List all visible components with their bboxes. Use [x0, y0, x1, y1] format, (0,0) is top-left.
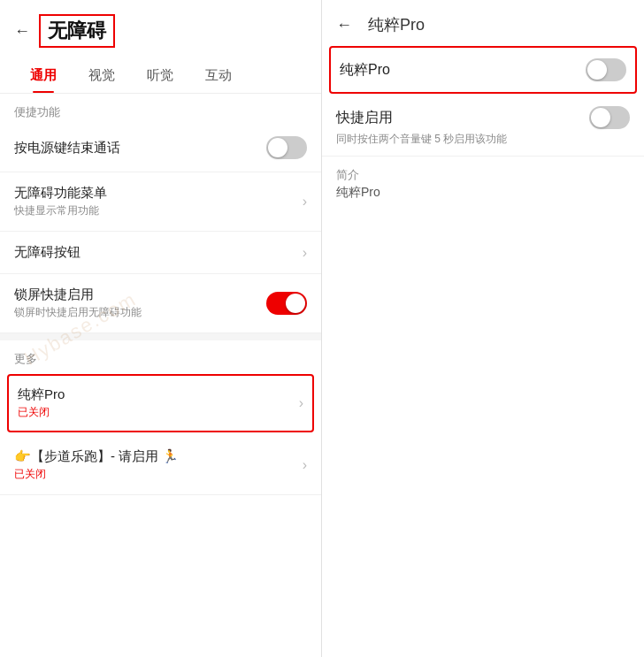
- right-item-quick-enable-subtitle: 同时按住两个音量键 5 秒启用该功能: [336, 132, 630, 147]
- list-item-lockscreen-subtitle: 锁屏时快捷启用无障碍功能: [14, 305, 142, 320]
- tab-general[interactable]: 通用: [14, 58, 73, 93]
- list-item-pure-pro[interactable]: 纯粹Pro 已关闭 ›: [7, 374, 314, 432]
- back-button[interactable]: ←: [14, 22, 30, 41]
- right-item-pure-pro-label: 纯粹Pro: [340, 61, 390, 80]
- tab-visual[interactable]: 视觉: [73, 58, 131, 93]
- list-item-lockscreen-content: 锁屏快捷启用 锁屏时快捷启用无障碍功能: [14, 286, 142, 320]
- list-item-power-key[interactable]: 按电源键结束通话: [0, 124, 321, 172]
- list-item-power-key-title: 按电源键结束通话: [14, 140, 120, 157]
- tab-audio[interactable]: 听觉: [131, 58, 189, 93]
- list-item-menu-content: 无障碍功能菜单 快捷显示常用功能: [14, 185, 107, 218]
- list-item-menu[interactable]: 无障碍功能菜单 快捷显示常用功能 ›: [0, 172, 321, 232]
- chevron-icon: ›: [303, 194, 307, 210]
- list-item-pedometer-right: ›: [303, 457, 307, 473]
- left-header: ← 无障碍: [0, 0, 321, 55]
- list-item-power-key-content: 按电源键结束通话: [14, 140, 120, 157]
- list-item-lockscreen[interactable]: 锁屏快捷启用 锁屏时快捷启用无障碍功能: [0, 274, 321, 333]
- toggle-pure-pro-main-knob: [587, 60, 607, 80]
- toggle-pure-pro-main[interactable]: [586, 58, 626, 81]
- toggle-lockscreen[interactable]: [266, 292, 307, 315]
- right-panel-title: 纯粹Pro: [368, 14, 425, 35]
- chevron-icon-pure-pro: ›: [299, 395, 303, 411]
- right-item-quick-enable-label: 快捷启用: [336, 109, 393, 127]
- toggle-lockscreen-knob: [286, 294, 305, 313]
- right-item-quick-enable[interactable]: 快捷启用 同时按住两个音量键 5 秒启用该功能: [322, 97, 644, 157]
- list-item-button-right: ›: [303, 245, 307, 261]
- list-item-button-content: 无障碍按钮: [14, 244, 80, 261]
- list-item-pure-pro-right: ›: [299, 395, 303, 411]
- list-item-lockscreen-right: [266, 292, 307, 315]
- list-item-lockscreen-title: 锁屏快捷启用: [14, 286, 142, 303]
- toggle-power-key[interactable]: [266, 136, 307, 159]
- list-item-pure-pro-title: 纯粹Pro: [18, 386, 65, 403]
- chevron-icon-pedometer: ›: [303, 457, 307, 473]
- list-item-button[interactable]: 无障碍按钮 ›: [0, 232, 321, 274]
- tab-bar: 通用 视觉 听觉 互动: [0, 58, 321, 94]
- tab-interaction[interactable]: 互动: [189, 58, 248, 93]
- list-item-pedometer-title: 👉【步道乐跑】- 请启用 🏃: [14, 448, 179, 465]
- page-title: 无障碍: [39, 14, 115, 48]
- right-section-intro-label: 简介: [336, 167, 630, 183]
- section-label-shortcuts: 便捷功能: [0, 94, 321, 124]
- toggle-quick-enable-knob: [591, 108, 610, 127]
- list-item-pure-pro-content: 纯粹Pro 已关闭: [18, 386, 65, 420]
- right-back-button[interactable]: ←: [336, 16, 352, 34]
- left-panel: ← 无障碍 通用 视觉 听觉 互动 便捷功能 按电源键结束通话 无障碍功能菜单 …: [0, 0, 322, 657]
- right-header: ← 纯粹Pro: [322, 0, 644, 42]
- toggle-quick-enable[interactable]: [589, 106, 630, 129]
- divider-1: [0, 333, 321, 340]
- list-item-menu-right: ›: [303, 194, 307, 210]
- right-section-intro: 简介 纯粹Pro: [322, 157, 644, 204]
- list-item-pure-pro-status: 已关闭: [18, 405, 65, 420]
- list-item-menu-subtitle: 快捷显示常用功能: [14, 203, 107, 218]
- right-item-quick-enable-row: 快捷启用: [336, 106, 630, 129]
- chevron-icon-2: ›: [303, 245, 307, 261]
- list-item-button-title: 无障碍按钮: [14, 244, 80, 261]
- list-item-power-key-right: [266, 136, 307, 159]
- section-label-more: 更多: [0, 340, 321, 371]
- right-panel: ← 纯粹Pro 纯粹Pro 快捷启用 同时按住两个音量键 5 秒启用该功能 简介…: [322, 0, 644, 657]
- list-item-pedometer-status: 已关闭: [14, 467, 179, 482]
- list-item-menu-title: 无障碍功能菜单: [14, 185, 107, 202]
- list-item-pedometer[interactable]: 👉【步道乐跑】- 请启用 🏃 已关闭 ›: [0, 436, 321, 495]
- list-item-pedometer-content: 👉【步道乐跑】- 请启用 🏃 已关闭: [14, 448, 179, 482]
- right-item-pure-pro-main[interactable]: 纯粹Pro: [329, 46, 637, 94]
- toggle-power-key-knob: [268, 138, 288, 157]
- right-section-intro-value: 纯粹Pro: [336, 185, 630, 201]
